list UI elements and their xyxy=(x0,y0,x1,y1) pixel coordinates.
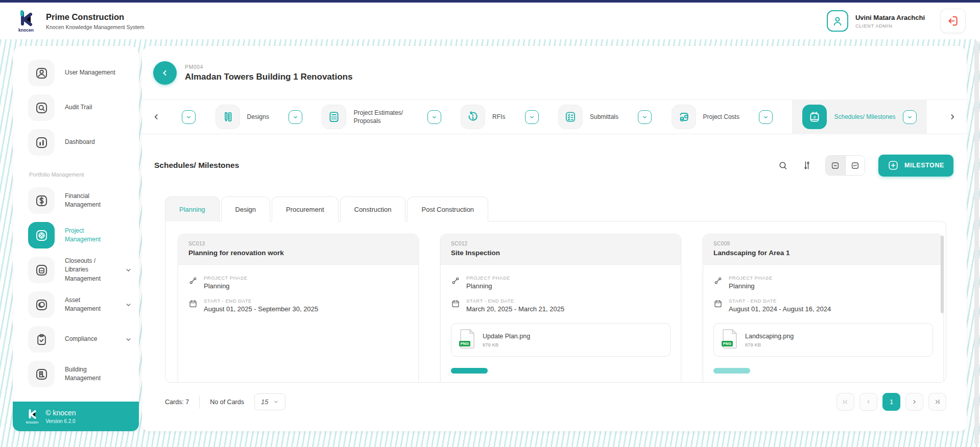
module-tab-label: RFIs xyxy=(492,113,505,121)
tab-construction[interactable]: Construction xyxy=(340,196,406,221)
logout-icon xyxy=(946,14,960,28)
sidebar-item-label: Financial Management xyxy=(65,192,118,210)
sidebar-item-financial-management[interactable]: Financial Management xyxy=(28,187,139,214)
sidebar-item-asset-management[interactable]: Asset Management xyxy=(28,291,139,318)
building-icon xyxy=(28,361,55,387)
page-scrollbar[interactable] xyxy=(974,41,979,445)
sidebar-item-audit-trail[interactable]: Audit Trail xyxy=(28,94,139,121)
project-title-block: PM004 Almadan Towers Building 1 Renovati… xyxy=(185,64,352,82)
sidebar-item-compliance[interactable]: Compliance xyxy=(28,326,139,353)
module-dropdown-button[interactable] xyxy=(182,110,196,124)
last-page-button[interactable] xyxy=(928,393,946,411)
card-code: SC013 xyxy=(188,241,408,246)
view-toggle xyxy=(825,155,865,176)
user-icon xyxy=(28,60,55,86)
milestone-card[interactable]: SC013 Planning for renovation work PROJE… xyxy=(178,234,419,383)
costs-icon xyxy=(672,105,696,129)
sidebar-item-project-management[interactable]: Project Management xyxy=(28,221,139,249)
knocen-logo-icon xyxy=(17,10,35,27)
chevron-down-icon xyxy=(185,114,192,120)
module-tab-label: Submittals xyxy=(590,113,618,121)
milestone-card[interactable]: SC012 Site Inspection PROJECT PHASE Plan… xyxy=(440,234,681,383)
dates-value: August 01, 2024 - August 16, 2024 xyxy=(729,305,831,313)
card-view-button[interactable] xyxy=(826,156,845,175)
chevron-down-icon xyxy=(431,114,438,120)
add-milestone-button[interactable]: MILESTONE xyxy=(878,155,953,177)
strip-scroll-left-button[interactable] xyxy=(150,111,162,123)
card-title: Planning for renovation work xyxy=(188,249,408,257)
list-footer: Cards: 7 No of Cards 15 1 xyxy=(165,393,946,411)
company-name: Prime Construction xyxy=(46,12,145,22)
app-subtitle: Knocen Knowledge Management System xyxy=(46,24,145,30)
project-icon xyxy=(28,222,55,249)
strip-scroll-right-button[interactable] xyxy=(946,111,959,123)
sidebar-item-dashboard[interactable]: Dashboard xyxy=(28,129,139,156)
chart-view-button[interactable] xyxy=(845,156,865,175)
chevron-left-icon xyxy=(865,398,872,406)
sidebar-item-closeouts-libraries[interactable]: Closeouts / Libraries Management xyxy=(28,256,139,284)
phase-row: PROJECT PHASE Planning xyxy=(713,275,933,290)
module-dropdown-button[interactable] xyxy=(638,110,652,124)
card-view-icon xyxy=(830,161,840,170)
tab-post-construction[interactable]: Post Construction xyxy=(407,196,488,221)
first-page-button[interactable] xyxy=(836,393,854,411)
chevron-down-icon xyxy=(641,114,648,120)
sidebar-item-building-management[interactable]: Building Management xyxy=(28,360,139,388)
module-dropdown-button[interactable] xyxy=(289,110,302,124)
card-body: PROJECT PHASE Planning START - END DATE xyxy=(178,265,418,313)
person-icon xyxy=(831,14,844,28)
sidebar: User Management Audit Trail xyxy=(13,46,139,431)
dates-text: START - END DATE August 01, 2025 - Septe… xyxy=(204,298,318,313)
filter-button[interactable] xyxy=(802,160,812,170)
milestone-card[interactable]: SC009 Landscaping for Area 1 PROJECT PHA… xyxy=(703,234,944,383)
sidebar-item-label: Project Management xyxy=(65,227,118,244)
panel-scrollbar-thumb[interactable] xyxy=(941,236,944,313)
tab-design[interactable]: Design xyxy=(221,196,270,221)
plus-icon xyxy=(888,160,899,171)
chevron-down-icon[interactable] xyxy=(125,336,132,343)
schedules-icon: 8 xyxy=(802,105,827,129)
module-dropdown-button[interactable] xyxy=(427,110,441,124)
sidebar-item-label: Compliance xyxy=(65,335,115,343)
card-body: PROJECT PHASE Planning START - END DATE xyxy=(441,265,681,374)
sidebar-items: User Management Audit Trail xyxy=(13,46,139,395)
user-avatar[interactable] xyxy=(827,10,848,32)
next-page-button[interactable] xyxy=(905,393,923,411)
search-button[interactable] xyxy=(778,160,788,171)
footer-text: © knocen Version 6.2.0 xyxy=(45,409,76,424)
tab-planning[interactable]: Planning xyxy=(165,196,220,221)
card-body: PROJECT PHASE Planning START - END DATE xyxy=(703,265,943,374)
back-button[interactable] xyxy=(153,61,177,85)
chevron-down-icon[interactable] xyxy=(125,267,132,274)
attachment-box[interactable]: PNG Landscaping.png 879 KB xyxy=(713,323,933,357)
module-tab-project-estimates[interactable]: Project Estimates/ Proposals xyxy=(322,105,408,129)
logout-button[interactable] xyxy=(940,9,966,33)
module-tab-label: Project Costs xyxy=(703,113,739,121)
page-size-select[interactable]: 15 xyxy=(254,393,285,410)
brand: knocen Prime Construction Knocen Knowled… xyxy=(15,10,145,33)
module-tab-submittals[interactable]: Submittals xyxy=(558,105,618,129)
milestone-button-label: MILESTONE xyxy=(904,162,944,169)
chevron-down-icon[interactable] xyxy=(125,302,132,308)
asset-icon xyxy=(28,291,55,318)
phase-value: Planning xyxy=(204,282,248,290)
phase-text: PROJECT PHASE Planning xyxy=(204,275,248,290)
chevron-down-icon xyxy=(273,399,279,405)
module-tab-designs[interactable]: Designs xyxy=(216,105,269,129)
module-dropdown-button[interactable] xyxy=(903,110,917,124)
phase-row: PROJECT PHASE Planning xyxy=(188,275,408,290)
tab-procurement[interactable]: Procurement xyxy=(272,196,338,221)
project-code: PM004 xyxy=(185,64,352,70)
module-dropdown-button[interactable] xyxy=(525,110,539,124)
module-tab-schedules-milestones[interactable]: 8 Schedules/ Milestones xyxy=(792,100,926,134)
estimates-icon xyxy=(322,105,346,129)
attachment-box[interactable]: PNG Update Plan.png 879 KB xyxy=(451,323,671,357)
sidebar-item-user-management[interactable]: User Management xyxy=(28,59,139,87)
module-dropdown-button[interactable] xyxy=(759,110,773,124)
previous-page-button[interactable] xyxy=(859,393,877,411)
module-tab-rfis[interactable]: RFIs xyxy=(461,105,505,129)
module-tab-project-costs[interactable]: Project Costs xyxy=(672,105,739,129)
current-page-button[interactable]: 1 xyxy=(882,393,900,411)
chart-view-icon xyxy=(850,161,860,170)
main-content: PM004 Almadan Towers Building 1 Renovati… xyxy=(142,46,967,431)
